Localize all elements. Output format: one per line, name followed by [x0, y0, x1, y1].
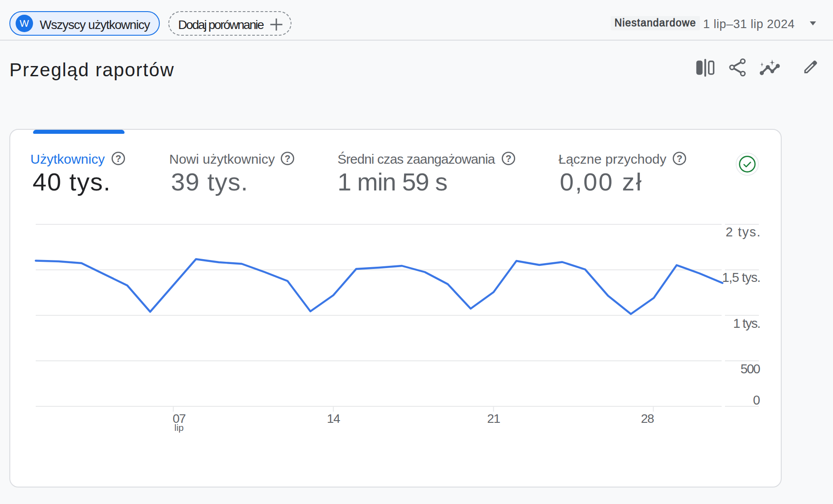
svg-text:500: 500	[741, 362, 760, 376]
svg-text:lip: lip	[174, 422, 183, 433]
svg-text:28: 28	[641, 412, 654, 426]
svg-text:21: 21	[487, 412, 500, 426]
svg-text:1 tys.: 1 tys.	[733, 316, 760, 330]
svg-text:2 tys.: 2 tys.	[726, 225, 762, 239]
svg-text:14: 14	[327, 412, 340, 426]
svg-text:1,5 tys.: 1,5 tys.	[722, 270, 761, 285]
svg-text:0: 0	[753, 393, 760, 407]
